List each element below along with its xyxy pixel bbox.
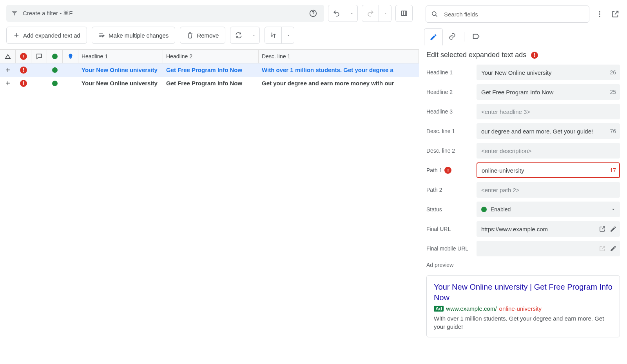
- col-desc1[interactable]: Desc. line 1: [259, 50, 419, 63]
- headline1-input[interactable]: [477, 65, 620, 80]
- plus-icon: [13, 32, 20, 39]
- search-input[interactable]: [443, 11, 584, 18]
- caret-down-icon: [286, 33, 291, 38]
- desc1-count: 76: [610, 128, 616, 134]
- add-label: Add expanded text ad: [23, 32, 80, 39]
- caret-down-icon: [252, 33, 256, 38]
- tab-labels[interactable]: [467, 28, 486, 45]
- status-dot-icon: [52, 54, 58, 59]
- desc2-input[interactable]: [477, 143, 620, 159]
- sort-dropdown[interactable]: [282, 27, 294, 44]
- error-icon: !: [20, 67, 27, 74]
- open-external-icon: [599, 245, 606, 252]
- col-errors[interactable]: !: [16, 50, 31, 63]
- undo-split: [328, 5, 358, 22]
- comment-icon: [36, 53, 43, 60]
- sort-icon: [269, 31, 277, 39]
- headline2-input[interactable]: [477, 84, 620, 100]
- tab-divider: [464, 32, 464, 41]
- ad-preview: Your New Online university | Get Free Pr…: [426, 275, 620, 337]
- make-multiple-changes-button[interactable]: Make multiple changes: [92, 27, 175, 44]
- col-headline2[interactable]: Headline 2: [163, 50, 259, 63]
- label-desc2: Desc. line 2: [426, 148, 477, 154]
- label-headline2: Headline 2: [426, 89, 477, 95]
- label-headline3: Headline 3: [426, 108, 477, 115]
- table-row[interactable]: + ! Your New Online university Get Free …: [0, 77, 419, 90]
- cell-headline1: Your New Online university: [78, 63, 163, 76]
- label-path2: Path 2: [426, 187, 477, 193]
- cell-headline2: Get Free Program Info Now: [163, 63, 259, 76]
- undo-icon: [333, 9, 341, 17]
- open-external-icon: [611, 10, 620, 18]
- bulb-icon: [67, 53, 74, 60]
- redo-button[interactable]: [362, 5, 379, 22]
- svg-point-4: [599, 11, 600, 13]
- pencil-icon[interactable]: [610, 225, 617, 232]
- list-edit-icon: [98, 32, 105, 39]
- more-options-button[interactable]: [594, 9, 605, 20]
- redo-dropdown[interactable]: [379, 5, 391, 22]
- undo-button[interactable]: [328, 5, 345, 22]
- label-headline1: Headline 1: [426, 69, 477, 76]
- help-icon: [309, 9, 317, 18]
- panel-tabs: [419, 28, 627, 45]
- desc1-input[interactable]: [477, 123, 620, 139]
- col-comments[interactable]: [31, 50, 47, 63]
- preview-heading: Ad preview: [419, 256, 627, 274]
- link-icon: [448, 32, 456, 40]
- path1-input[interactable]: [477, 162, 620, 178]
- caret-down-icon: [383, 11, 388, 16]
- search-icon: [431, 10, 439, 18]
- status-select[interactable]: Enabled: [477, 202, 620, 217]
- svg-point-5: [599, 13, 600, 14]
- remove-label: Remove: [197, 32, 219, 39]
- tab-urls[interactable]: [443, 28, 462, 45]
- pencil-icon: [429, 33, 437, 41]
- ad-badge: Ad: [434, 306, 444, 312]
- col-headline1[interactable]: Headline 1: [78, 50, 163, 63]
- redo-icon: [366, 9, 374, 17]
- search-fields-box[interactable]: [426, 5, 589, 23]
- replace-split: [230, 27, 260, 44]
- columns-icon: [400, 9, 408, 17]
- path1-count: 17: [610, 167, 616, 173]
- svg-point-1: [313, 15, 313, 15]
- sort-button[interactable]: [265, 27, 282, 44]
- preview-title: Your New Online university | Get Free Pr…: [434, 282, 613, 303]
- replace-icon: [235, 31, 243, 39]
- path2-input[interactable]: [477, 182, 620, 198]
- undo-dropdown[interactable]: [345, 5, 358, 22]
- status-dot-icon: [52, 81, 58, 86]
- filter-placeholder: Create a filter - ⌘F: [23, 10, 73, 17]
- help-button[interactable]: [308, 9, 318, 18]
- cell-desc1: With over 1 million students. Get your d…: [259, 63, 419, 76]
- label-path1: Path 1 !: [426, 167, 477, 174]
- preview-path: online-university: [499, 305, 542, 312]
- col-recommendations[interactable]: [63, 50, 78, 63]
- plus-icon: +: [5, 66, 10, 74]
- label-icon: [472, 32, 480, 41]
- pencil-icon[interactable]: [610, 245, 617, 252]
- col-status[interactable]: [47, 50, 63, 63]
- add-expanded-text-ad-button[interactable]: Add expanded text ad: [6, 27, 87, 44]
- columns-button[interactable]: [395, 5, 413, 22]
- caret-down-icon: [611, 207, 616, 212]
- cell-headline1: Your New Online university: [78, 77, 163, 90]
- tab-edit[interactable]: [424, 28, 443, 45]
- svg-point-3: [432, 12, 436, 16]
- filter-input[interactable]: Create a filter - ⌘F: [6, 5, 324, 22]
- open-external-icon[interactable]: [599, 225, 606, 232]
- col-changes[interactable]: [0, 50, 16, 63]
- replace-button[interactable]: [230, 27, 247, 44]
- svg-point-6: [599, 16, 600, 17]
- remove-button[interactable]: Remove: [180, 27, 225, 44]
- preview-desc: With over 1 million students. Get your d…: [434, 314, 613, 331]
- label-final-mobile-url: Final mobile URL: [426, 245, 477, 252]
- headline3-input[interactable]: [477, 104, 620, 119]
- label-status: Status: [426, 206, 477, 213]
- panel-title: Edit selected expanded text ads: [426, 51, 526, 59]
- table-row[interactable]: + ! Your New Online university Get Free …: [0, 63, 419, 77]
- open-external-button[interactable]: [610, 9, 621, 20]
- status-value: Enabled: [491, 206, 511, 213]
- replace-dropdown[interactable]: [247, 27, 260, 44]
